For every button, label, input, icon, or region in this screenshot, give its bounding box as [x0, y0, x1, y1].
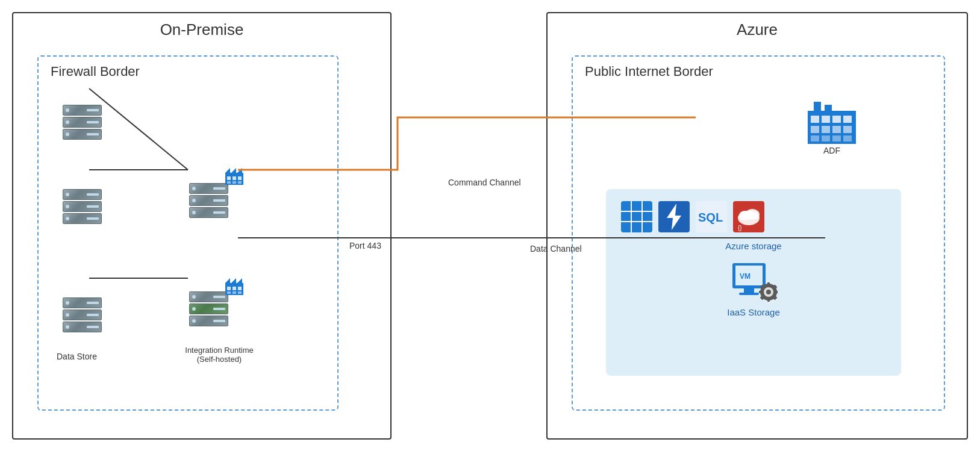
svg-rect-24: [822, 116, 830, 123]
azure-box: Azure Public Internet Border: [546, 12, 968, 440]
iaas-vm-icon: VM: [729, 263, 778, 305]
svg-marker-3: [237, 168, 242, 173]
svg-rect-52: [739, 293, 759, 295]
svg-rect-51: [744, 288, 754, 293]
public-internet-box: Public Internet Border: [572, 55, 945, 411]
firewall-border-title: Firewall Border: [51, 64, 140, 79]
firewall-border-box: Firewall Border Data Store: [37, 55, 339, 411]
svg-rect-6: [238, 176, 242, 180]
svg-rect-33: [832, 135, 841, 141]
svg-rect-7: [227, 181, 231, 184]
svg-rect-26: [843, 116, 852, 123]
iaas-storage-group: VM: [606, 263, 901, 317]
svg-text:SQL: SQL: [698, 211, 723, 224]
svg-rect-27: [811, 126, 819, 133]
data-channel-label: Data Channel: [530, 244, 582, 253]
svg-rect-17: [227, 291, 231, 294]
svg-rect-30: [843, 126, 852, 133]
svg-rect-31: [811, 135, 819, 141]
svg-marker-1: [225, 168, 230, 173]
data-store-server-3: [63, 297, 102, 332]
azure-api-icon: {}: [733, 201, 764, 235]
azure-title: Azure: [737, 20, 778, 39]
ir-server-1: [189, 183, 228, 218]
azure-table-icon: [621, 201, 652, 235]
svg-rect-4: [227, 176, 231, 180]
svg-rect-28: [822, 126, 830, 133]
svg-point-56: [766, 290, 771, 294]
svg-rect-22: [825, 105, 832, 114]
svg-rect-29: [832, 126, 841, 133]
svg-marker-2: [231, 168, 236, 173]
port-443-label: Port 443: [349, 241, 381, 250]
svg-rect-18: [233, 291, 236, 294]
svg-text:{}: {}: [738, 225, 742, 231]
data-store-server-1: [63, 105, 102, 140]
azure-sql-icon: SQL: [696, 201, 727, 235]
svg-rect-59: [759, 291, 763, 293]
svg-rect-25: [832, 116, 841, 123]
on-premise-box: On-Premise Firewall Border: [12, 12, 392, 440]
svg-rect-9: [238, 181, 242, 184]
svg-rect-32: [822, 135, 830, 141]
svg-rect-23: [811, 116, 819, 123]
data-store-server-2: [63, 189, 102, 224]
svg-marker-12: [231, 278, 236, 283]
svg-text:VM: VM: [740, 272, 751, 281]
svg-rect-35: [621, 201, 652, 232]
data-store-label: Data Store: [57, 352, 97, 361]
svg-rect-16: [238, 287, 242, 290]
svg-rect-8: [233, 181, 236, 184]
svg-rect-57: [767, 282, 770, 286]
adf-factory-icon: [808, 99, 856, 146]
svg-rect-5: [233, 176, 236, 180]
azure-storage-box: SQL {} Azure s: [606, 189, 901, 376]
ir-label: Integration Runtime (Self-hosted): [177, 346, 261, 364]
storage-icons-row: SQL {}: [606, 189, 901, 238]
svg-rect-21: [814, 102, 821, 114]
diagram-container: On-Premise Firewall Border: [0, 0, 980, 454]
azure-eventhub-icon: [658, 201, 690, 235]
command-channel-label: Command Channel: [448, 178, 521, 187]
svg-rect-58: [767, 298, 770, 302]
iaas-storage-label: IaaS Storage: [727, 307, 780, 317]
adf-label: ADF: [814, 146, 850, 155]
ir-factory-icon-bottom: [225, 278, 243, 297]
ir-factory-icon-top: [225, 168, 243, 187]
svg-rect-19: [238, 291, 242, 294]
svg-marker-13: [237, 278, 242, 283]
svg-rect-15: [233, 287, 236, 290]
public-internet-title: Public Internet Border: [585, 64, 713, 79]
svg-rect-14: [227, 287, 231, 290]
azure-storage-label: Azure storage: [606, 241, 901, 251]
ir-server-2: [189, 291, 228, 326]
svg-marker-11: [225, 278, 230, 283]
svg-rect-60: [775, 291, 778, 293]
on-premise-title: On-Premise: [160, 20, 244, 39]
svg-point-47: [745, 209, 760, 220]
svg-rect-34: [843, 135, 852, 141]
